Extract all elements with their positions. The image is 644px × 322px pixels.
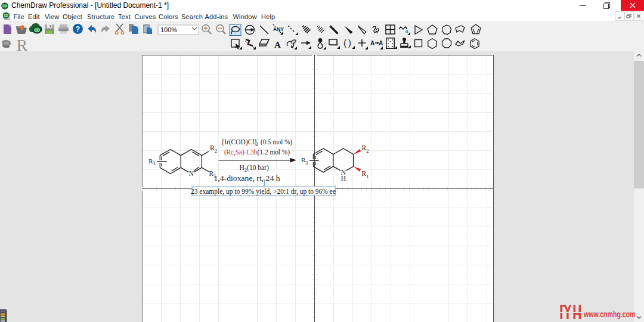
svg-text:R: R: [17, 36, 28, 52]
svg-text:R1: R1: [362, 170, 369, 179]
svg-text:ANY: ANY: [273, 26, 284, 32]
svg-text:( ): ( ): [343, 38, 351, 48]
svg-text:R3: R3: [301, 156, 308, 166]
svg-text:n: n: [405, 29, 408, 34]
svg-text:[Ir(COD)Cl]: [Ir(COD)Cl]: [222, 138, 256, 146]
svg-text:?: ?: [76, 25, 80, 33]
svg-text:100%: 100%: [160, 26, 177, 33]
svg-text:2: 2: [256, 141, 258, 147]
svg-text:R3: R3: [148, 157, 155, 167]
svg-text:(Rc,Sa)-L3b: (Rc,Sa)-L3b: [224, 148, 258, 156]
svg-text:www.cnmhg.com: www.cnmhg.com: [583, 309, 635, 319]
svg-text:CD: CD: [34, 28, 40, 32]
svg-text:H2(10 bar): H2(10 bar): [240, 164, 269, 173]
svg-text:A: A: [274, 40, 281, 49]
svg-text:N: N: [189, 170, 194, 177]
svg-text:23 example, up to 99% yield, >: 23 example, up to 99% yield, >20:1 dr, u…: [191, 188, 336, 196]
svg-text:H: H: [341, 175, 346, 182]
svg-text:CD: CD: [2, 4, 7, 8]
svg-text:CD: CD: [4, 14, 8, 17]
svg-text:(0.5 mol %): (0.5 mol %): [261, 138, 292, 146]
svg-text:R2: R2: [210, 144, 217, 153]
svg-text:A: A: [379, 40, 383, 47]
svg-text:R2: R2: [362, 144, 369, 153]
svg-text:A: A: [370, 40, 374, 47]
svg-text:1,4-dioxane, rt, 24 h: 1,4-dioxane, rt, 24 h: [214, 175, 280, 182]
svg-text:(1.2 mol %): (1.2 mol %): [258, 148, 290, 156]
